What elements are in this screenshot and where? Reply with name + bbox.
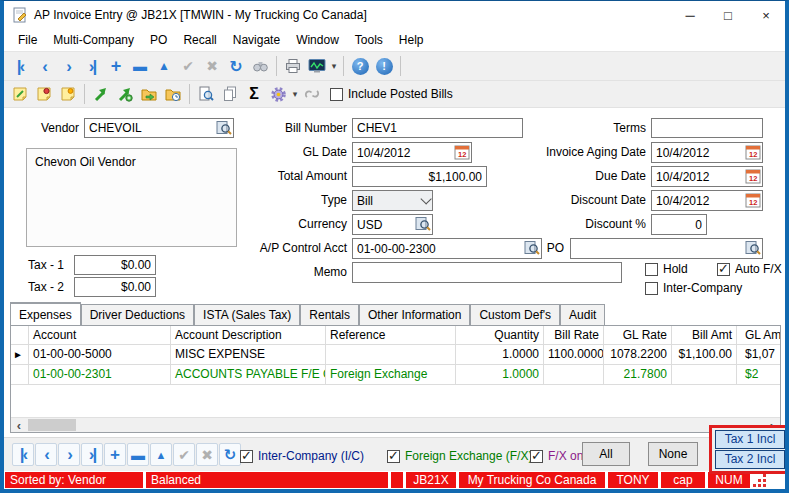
folder-forward-icon[interactable] (137, 82, 161, 106)
grid-row-1[interactable]: ► 01-00-00-5000 MISC EXPENSE 1.0000 1100… (11, 345, 781, 365)
tab-custom-defs[interactable]: Custom Def's (470, 304, 560, 325)
foreign-exchange-checkbox[interactable] (387, 450, 400, 463)
maximize-button[interactable]: □ (709, 1, 747, 29)
col-bill-amt[interactable]: Bill Amt (672, 326, 737, 345)
settings-gear-icon[interactable] (266, 82, 290, 106)
print-icon[interactable] (281, 54, 305, 78)
cell-gl-rate[interactable]: 21.7800 (604, 365, 672, 385)
note-alert-icon[interactable] (56, 82, 80, 106)
help-icon[interactable]: ? (348, 54, 372, 78)
edit-note-icon[interactable] (8, 82, 32, 106)
cell-description[interactable]: MISC EXPENSE (171, 345, 326, 365)
detach-link-icon[interactable] (300, 82, 324, 106)
horizontal-scrollbar[interactable]: ‹ › (11, 417, 780, 432)
tab-expenses[interactable]: Expenses (10, 302, 81, 325)
refresh-icon[interactable]: ↻ (224, 54, 248, 78)
monitor-dropdown-icon[interactable]: ▾ (329, 54, 339, 78)
cell-bill-amt[interactable]: $1,100.00 (672, 345, 737, 365)
tab-ista-sales-tax[interactable]: ISTA (Sales Tax) (194, 304, 300, 325)
cancel-icon[interactable]: ✖ (196, 443, 218, 466)
accept-icon[interactable]: ✔ (173, 443, 195, 466)
po-input[interactable] (570, 238, 763, 259)
type-select[interactable]: Bill (352, 190, 433, 211)
gl-date-calendar-icon[interactable] (454, 144, 470, 160)
cell-account[interactable]: 01-00-00-2301 (29, 365, 171, 385)
cell-description[interactable]: ACCOUNTS PAYABLE F/E OI (171, 365, 326, 385)
total-amount-input[interactable] (352, 166, 487, 187)
menu-multi-company[interactable]: Multi-Company (45, 31, 142, 49)
po-lookup-icon[interactable] (745, 240, 761, 256)
menu-window[interactable]: Window (288, 31, 347, 49)
bill-number-input[interactable] (352, 118, 523, 138)
due-date-calendar-icon[interactable] (745, 168, 761, 184)
first-record-icon[interactable]: |‹ (12, 443, 34, 466)
last-record-icon[interactable]: ›| (81, 443, 103, 466)
cell-gl-amt[interactable]: $1,07 (737, 345, 781, 365)
tab-driver-deductions[interactable]: Driver Deductions (81, 304, 194, 325)
cell-account[interactable]: 01-00-00-5000 (29, 345, 171, 365)
cell-reference[interactable] (326, 345, 456, 365)
terms-input[interactable] (651, 118, 763, 138)
go-arrow-icon[interactable] (89, 82, 113, 106)
grid-row-2[interactable]: 01-00-00-2301 ACCOUNTS PAYABLE F/E OI Fo… (11, 365, 781, 385)
close-button[interactable]: × (747, 1, 785, 29)
vendor-lookup-icon[interactable] (216, 120, 232, 136)
folder-history-icon[interactable] (161, 82, 185, 106)
vendor-input[interactable] (84, 118, 234, 138)
discount-pct-input[interactable] (651, 214, 707, 235)
cancel-icon[interactable]: ✖ (200, 54, 224, 78)
delete-record-icon[interactable]: ▬ (128, 54, 152, 78)
inter-company-ic-checkbox[interactable] (240, 450, 253, 463)
resize-grip[interactable] (753, 472, 767, 488)
menu-navigate[interactable]: Navigate (225, 31, 288, 49)
cell-bill-rate[interactable]: 1100.0000 (544, 345, 604, 365)
tax-2-incl-button[interactable]: Tax 2 Incl (715, 450, 785, 469)
menu-po[interactable]: PO (142, 31, 175, 49)
invoice-aging-date-calendar-icon[interactable] (745, 144, 761, 160)
menu-file[interactable]: File (10, 31, 45, 49)
inter-company-checkbox[interactable] (645, 282, 658, 295)
auto-fx-checkbox[interactable] (717, 263, 730, 276)
previous-record-icon[interactable]: ‹ (32, 54, 56, 78)
col-quantity[interactable]: Quantity (456, 326, 544, 345)
col-account-description[interactable]: Account Description (171, 326, 326, 345)
previous-record-icon[interactable]: ‹ (35, 443, 57, 466)
hold-checkbox[interactable] (645, 263, 658, 276)
add-record-icon[interactable]: + (104, 443, 126, 466)
col-gl-amt[interactable]: GL Amt (737, 326, 781, 345)
system-monitor-icon[interactable] (305, 54, 329, 78)
refresh-icon[interactable]: ↻ (219, 443, 241, 466)
menu-help[interactable]: Help (391, 31, 432, 49)
delete-record-icon[interactable]: ▬ (127, 443, 149, 466)
menu-recall[interactable]: Recall (175, 31, 224, 49)
tax1-input[interactable] (74, 255, 156, 275)
tax2-input[interactable] (74, 277, 156, 297)
last-record-icon[interactable]: ›| (80, 54, 104, 78)
copy-icon[interactable] (218, 82, 242, 106)
move-up-icon[interactable]: ▲ (150, 443, 172, 466)
go-add-arrow-icon[interactable] (113, 82, 137, 106)
find-binoculars-icon[interactable] (248, 54, 272, 78)
next-record-icon[interactable]: › (58, 443, 80, 466)
cell-gl-rate[interactable]: 1078.2200 (604, 345, 672, 365)
about-icon[interactable]: ! (372, 54, 396, 78)
gear-dropdown-icon[interactable]: ▾ (290, 82, 300, 106)
tab-other-information[interactable]: Other Information (359, 304, 470, 325)
col-bill-rate[interactable]: Bill Rate (544, 326, 604, 345)
scrollbar-thumb[interactable] (28, 419, 76, 431)
currency-lookup-icon[interactable] (415, 216, 431, 232)
tab-rentals[interactable]: Rentals (300, 304, 359, 325)
include-posted-bills-checkbox[interactable] (330, 88, 343, 101)
accept-icon[interactable]: ✔ (176, 54, 200, 78)
tab-audit[interactable]: Audit (560, 304, 605, 325)
none-button[interactable]: None (648, 442, 698, 466)
cell-reference[interactable]: Foreign Exchange (326, 365, 456, 385)
first-record-icon[interactable]: |‹ (8, 54, 32, 78)
next-record-icon[interactable]: › (56, 54, 80, 78)
discount-date-calendar-icon[interactable] (745, 192, 761, 208)
all-button[interactable]: All (582, 442, 630, 466)
memo-input[interactable] (352, 262, 622, 283)
col-reference[interactable]: Reference (326, 326, 456, 345)
cell-quantity[interactable]: 1.0000 (456, 365, 544, 385)
ap-control-acct-input[interactable] (352, 238, 542, 259)
